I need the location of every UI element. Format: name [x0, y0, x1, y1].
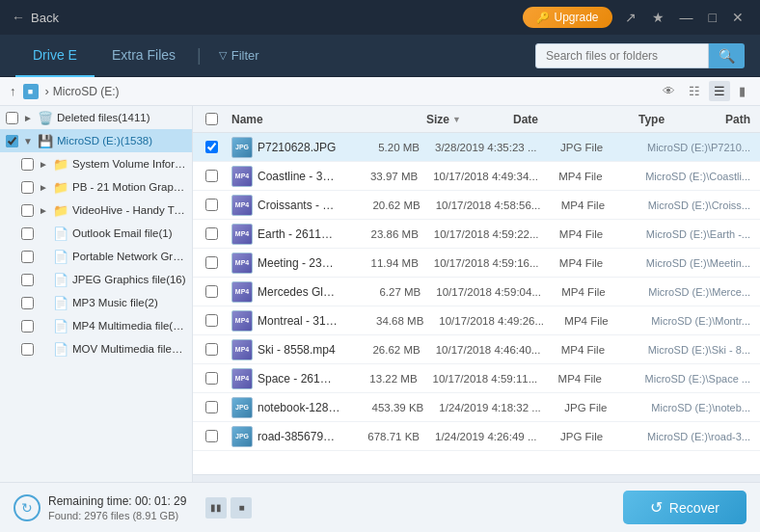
search-input[interactable] [535, 43, 709, 68]
share-icon[interactable]: ↗ [620, 8, 641, 27]
row-check-4[interactable] [197, 227, 226, 240]
row-check-9[interactable] [197, 372, 226, 385]
row-type-1: JPG File [555, 142, 641, 153]
header-path[interactable]: Path [719, 113, 756, 126]
sidebar-checkbox-mp4[interactable] [21, 320, 34, 332]
table-row[interactable]: MP4 Meeting - 2340.mp4 11.94 MB 10/17/20… [193, 249, 760, 278]
pause-button[interactable]: ▮▮ [205, 497, 227, 519]
sidebar-item-sysvolinfo[interactable]: ► 📁 System Volume Informa... [15, 152, 192, 175]
table-header: Name Size ▼ Date Type Path [193, 106, 760, 133]
sidebar-item-videohive[interactable]: ► 📁 VideoHive - Handy Tran... [15, 199, 192, 222]
table-row[interactable]: MP4 Montreal - 3149.mp4 34.68 MB 10/17/2… [193, 306, 760, 335]
view-list-icon[interactable]: ☰ [709, 81, 730, 101]
sidebar-expand-deleted[interactable]: ► [22, 113, 34, 123]
row-check-7[interactable] [197, 314, 226, 327]
sidebar-checkbox-mp3[interactable] [21, 297, 34, 309]
breadcrumb-up-icon[interactable]: ↑ [10, 84, 16, 98]
header-check[interactable] [197, 113, 226, 125]
sidebar-label-deleted: Deleted files(1411) [57, 112, 150, 123]
sidebar-checkbox-outlook[interactable] [21, 227, 34, 240]
row-check-11[interactable] [197, 430, 226, 442]
select-all-checkbox[interactable] [205, 113, 218, 125]
horizontal-scrollbar[interactable] [193, 474, 760, 482]
sidebar-checkbox-microsd[interactable] [6, 135, 18, 147]
row-check-3[interactable] [197, 199, 226, 211]
tab-drive-e[interactable]: Drive E [15, 35, 95, 77]
sidebar-item-png[interactable]: ► 📄 Portable Network Graph... [15, 245, 192, 268]
table-row[interactable]: JPG P7210628.JPG 5.20 MB 3/28/2019 4:35:… [193, 133, 760, 162]
header-size[interactable]: Size ▼ [421, 113, 507, 126]
sidebar-expand-sysvolinfo[interactable]: ► [38, 159, 49, 170]
row-check-2[interactable] [197, 170, 226, 182]
sidebar-checkbox-pb21[interactable] [21, 181, 34, 194]
row-check-5[interactable] [197, 256, 226, 269]
view-eye-icon[interactable]: 👁 [658, 81, 680, 101]
file-checkbox-10[interactable] [205, 401, 218, 413]
row-check-10[interactable] [197, 401, 226, 413]
stop-button[interactable]: ■ [231, 497, 252, 519]
row-check-6[interactable] [197, 285, 226, 298]
table-row[interactable]: MP4 Croissants - 1261.mp4 20.62 MB 10/17… [193, 191, 760, 220]
file-checkbox-8[interactable] [205, 343, 218, 356]
sidebar-checkbox-sysvolinfo[interactable] [21, 158, 34, 171]
sidebar-icon-mp4: 📄 [53, 319, 68, 333]
tab-extra-files[interactable]: Extra Files [95, 35, 193, 77]
table-row[interactable]: JPG notebook-1280538_1920.jpg 453.39 KB … [193, 393, 760, 422]
sidebar-checkbox-png[interactable] [21, 251, 34, 263]
sidebar-item-deleted[interactable]: ► 🗑️ Deleted files(1411) [0, 106, 192, 129]
header-type[interactable]: Type [633, 113, 719, 126]
sidebar-label-outlook: Outlook Email file(1) [72, 227, 173, 239]
close-icon[interactable]: ✕ [727, 8, 748, 27]
sidebar-checkbox-jpeg[interactable] [21, 274, 34, 286]
sidebar-item-microsd[interactable]: ▼ 💾 MicroSD (E:)(1538) [0, 129, 192, 152]
sidebar-checkbox-videohive[interactable] [21, 204, 34, 217]
recover-button[interactable]: Recover [623, 491, 746, 524]
sidebar-item-outlook[interactable]: ► 📄 Outlook Email file(1) [15, 222, 192, 245]
view-grid-icon[interactable]: ☷ [684, 81, 705, 101]
row-check-8[interactable] [197, 343, 226, 356]
file-checkbox-11[interactable] [205, 430, 218, 442]
minimize-icon[interactable]: — [675, 8, 698, 27]
file-thumb-8: MP4 [231, 339, 253, 360]
sidebar-item-mp3[interactable]: ► 📄 MP3 Music file(2) [15, 291, 192, 314]
row-date-2: 10/17/2018 4:49:34... [427, 171, 553, 182]
sidebar-checkbox-mov[interactable] [21, 343, 34, 356]
row-name-11: JPG road-3856796_1920.jpg [226, 426, 342, 447]
sidebar-checkbox-deleted[interactable] [6, 112, 18, 124]
upgrade-button[interactable]: Upgrade [523, 7, 612, 28]
file-checkbox-9[interactable] [205, 372, 218, 385]
file-checkbox-4[interactable] [205, 227, 218, 240]
sidebar-item-jpeg[interactable]: ► 📄 JPEG Graphics file(16) [15, 268, 192, 291]
file-checkbox-6[interactable] [205, 285, 218, 298]
file-checkbox-7[interactable] [205, 314, 218, 327]
sidebar-expand-microsd[interactable]: ▼ [22, 136, 34, 146]
row-check-1[interactable] [197, 141, 226, 153]
back-label[interactable]: Back [31, 11, 59, 25]
file-checkbox-3[interactable] [205, 199, 218, 211]
view-details-icon[interactable]: ▮ [734, 81, 750, 101]
row-size-4: 23.86 MB [341, 228, 428, 240]
file-checkbox-5[interactable] [205, 256, 218, 269]
sidebar-icon-jpeg: 📄 [53, 273, 68, 287]
file-checkbox-1[interactable] [205, 141, 218, 153]
table-row[interactable]: MP4 Earth - 2611.mp4 23.86 MB 10/17/2018… [193, 220, 760, 249]
sidebar-expand-pb21[interactable]: ► [38, 182, 49, 193]
sidebar-item-mov[interactable]: ► 📄 MOV Multimedia file(23... [15, 337, 192, 360]
restore-icon[interactable]: □ [704, 8, 721, 27]
header-name[interactable]: Name [226, 113, 421, 126]
table-row[interactable]: MP4 Mercedes Glk - 1406.mp4 6.27 MB 10/1… [193, 278, 760, 306]
search-button[interactable]: 🔍 [709, 43, 745, 68]
filter-button[interactable]: Filter [205, 44, 273, 66]
size-sort-icon: ▼ [452, 115, 461, 124]
connect-icon[interactable]: ★ [647, 8, 669, 27]
sidebar-expand-videohive[interactable]: ► [38, 205, 49, 216]
breadcrumb-home-icon[interactable]: ■ [23, 84, 39, 99]
sidebar-item-mp4[interactable]: ► 📄 MP4 Multimedia file(18) [15, 314, 192, 337]
table-row[interactable]: MP4 Space - 2619.mp4 13.22 MB 10/17/2018… [193, 364, 760, 393]
file-checkbox-2[interactable] [205, 170, 218, 182]
table-row[interactable]: JPG road-3856796_1920.jpg 678.71 KB 1/24… [193, 422, 760, 451]
table-row[interactable]: MP4 Coastline - 3581.mp4 33.97 MB 10/17/… [193, 162, 760, 191]
sidebar-item-pb21[interactable]: ► 📁 PB - 21 Motion Graphics... [15, 175, 192, 199]
header-date[interactable]: Date [507, 113, 633, 126]
table-row[interactable]: MP4 Ski - 8558.mp4 26.62 MB 10/17/2018 4… [193, 335, 760, 364]
